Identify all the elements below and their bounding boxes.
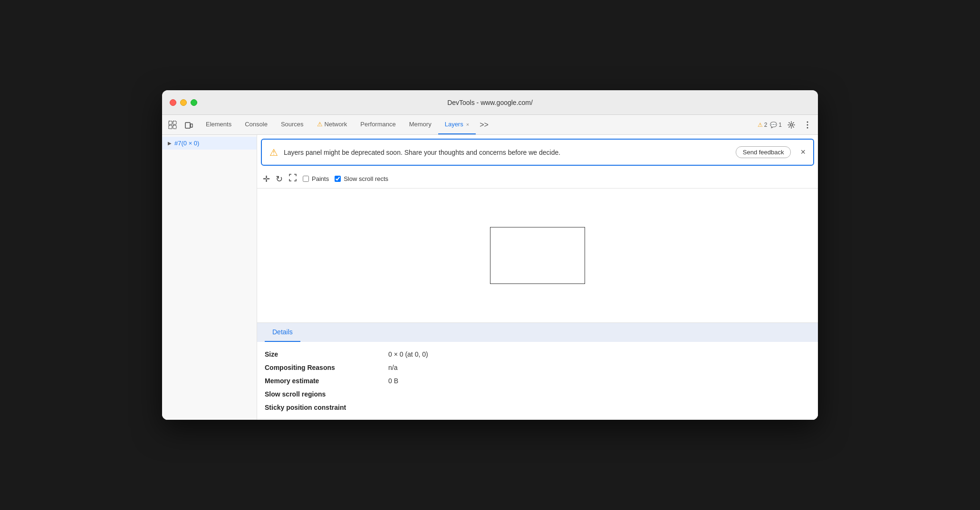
main-content: ▶ #7(0 × 0) ⚠ Layers panel might be depr…	[162, 135, 818, 420]
table-row: Sticky position constraint	[265, 401, 810, 414]
toolbar-icons	[166, 118, 195, 132]
paints-checkbox-label[interactable]: Paints	[303, 175, 329, 182]
slow-scroll-checkbox[interactable]	[335, 176, 341, 182]
tab-layers-close[interactable]: ×	[466, 122, 469, 127]
tab-sources[interactable]: Sources	[274, 115, 310, 134]
svg-rect-2	[169, 125, 172, 129]
maximize-button[interactable]	[191, 99, 197, 106]
svg-rect-1	[173, 121, 176, 124]
info-badge[interactable]: 💬 1	[770, 122, 782, 128]
traffic-lights	[170, 99, 197, 106]
sidebar-item-layer1[interactable]: ▶ #7(0 × 0)	[162, 137, 257, 150]
canvas-area	[257, 189, 818, 322]
svg-point-8	[807, 124, 808, 125]
tab-bar-right: ⚠ 2 💬 1	[758, 118, 814, 132]
table-row: Slow scroll regions	[265, 387, 810, 401]
deprecation-banner: ⚠ Layers panel might be deprecated soon.…	[261, 139, 814, 166]
tab-bar: Elements Console Sources ⚠ Network Perfo…	[162, 115, 818, 135]
table-row: Compositing Reasons n/a	[265, 361, 810, 374]
minimize-button[interactable]	[180, 99, 187, 106]
rotate-icon[interactable]: ↻	[276, 174, 283, 184]
svg-point-7	[807, 121, 808, 123]
tab-network[interactable]: ⚠ Network	[310, 115, 354, 134]
table-row: Memory estimate 0 B	[265, 374, 810, 387]
paints-checkbox[interactable]	[303, 176, 309, 182]
slow-scroll-checkbox-label[interactable]: Slow scroll rects	[335, 175, 388, 182]
main-panel: ⚠ Layers panel might be deprecated soon.…	[257, 135, 818, 420]
svg-point-9	[807, 127, 808, 128]
svg-rect-0	[169, 121, 172, 124]
banner-message: Layers panel might be deprecated soon. S…	[284, 149, 730, 156]
network-warning-icon: ⚠	[317, 121, 323, 128]
badge-group: ⚠ 2 💬 1	[758, 122, 782, 128]
details-section: Details Size 0 × 0 (at 0, 0) Compositing…	[257, 322, 818, 420]
window-title: DevTools - www.google.com/	[447, 99, 533, 106]
svg-rect-4	[185, 123, 190, 128]
close-button[interactable]	[170, 99, 176, 106]
tab-console[interactable]: Console	[238, 115, 274, 134]
details-table: Size 0 × 0 (at 0, 0) Compositing Reasons…	[257, 342, 818, 420]
layer-rectangle	[490, 227, 585, 284]
settings-icon[interactable]	[785, 118, 798, 132]
warning-badge[interactable]: ⚠ 2	[758, 122, 768, 128]
table-row: Size 0 × 0 (at 0, 0)	[265, 348, 810, 361]
element-picker-icon[interactable]	[166, 118, 179, 132]
tab-memory[interactable]: Memory	[403, 115, 438, 134]
fit-icon[interactable]	[288, 173, 297, 184]
device-toolbar-icon[interactable]	[182, 118, 195, 132]
send-feedback-button[interactable]: Send feedback	[736, 146, 791, 158]
banner-close-button[interactable]: ×	[800, 147, 806, 157]
devtools-window: DevTools - www.google.com/ El	[162, 90, 818, 420]
info-badge-icon: 💬	[770, 122, 777, 128]
title-bar: DevTools - www.google.com/	[162, 90, 818, 115]
tabs-list: Elements Console Sources ⚠ Network Perfo…	[199, 115, 758, 134]
more-options-icon[interactable]	[801, 118, 814, 132]
svg-rect-5	[191, 124, 192, 127]
svg-point-6	[790, 123, 793, 126]
tab-layers[interactable]: Layers ×	[438, 115, 476, 134]
more-tabs-button[interactable]: >>	[476, 121, 492, 129]
sidebar-arrow-icon: ▶	[168, 141, 172, 146]
details-header: Details	[265, 323, 300, 342]
svg-rect-3	[173, 125, 176, 129]
layers-toolbar: ✛ ↻ Paints Slow scroll rects	[257, 170, 818, 189]
warning-badge-icon: ⚠	[758, 122, 763, 128]
banner-warning-icon: ⚠	[269, 147, 278, 158]
tab-elements[interactable]: Elements	[199, 115, 238, 134]
tab-performance[interactable]: Performance	[354, 115, 402, 134]
move-icon[interactable]: ✛	[263, 174, 270, 184]
layers-sidebar: ▶ #7(0 × 0)	[162, 135, 257, 420]
